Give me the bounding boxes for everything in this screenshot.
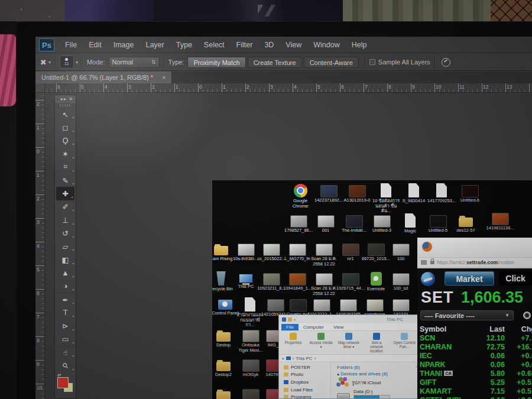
desktop-icon-10s-th938i[interactable]: 10s-th938I-... bbox=[232, 242, 260, 262]
mode-select[interactable]: Normal ⇅ bbox=[109, 57, 160, 68]
sidebar-item-programs[interactable]: Programs bbox=[284, 393, 330, 399]
tablet-pressure-icon[interactable] bbox=[442, 58, 450, 67]
history-brush-tool[interactable]: ↺ bbox=[55, 227, 76, 240]
desktop-icon-100[interactable]: 100 bbox=[387, 242, 415, 262]
desktop-icon-destop3[interactable]: Destop3 bbox=[212, 387, 238, 399]
sidebar-item-photo[interactable]: Photo bbox=[284, 371, 330, 379]
browser-address-bar[interactable]: https://wmk2.settrade.com/realtim bbox=[417, 257, 532, 268]
ribbon-tab-computer[interactable]: Computer bbox=[299, 324, 329, 330]
sidebar-item-dropbox[interactable]: Dropbox bbox=[284, 378, 330, 386]
tool-preset-picker[interactable]: ✚ ▾ bbox=[40, 58, 51, 67]
desktop-icon-untitled-5[interactable]: Untitled-5 bbox=[424, 213, 452, 233]
desktop-icon-1422371892[interactable]: 1422371892... bbox=[314, 183, 343, 203]
magic-wand-tool[interactable]: ✶ bbox=[55, 147, 76, 160]
desktop-icon-destop2[interactable]: Destop2 bbox=[212, 358, 238, 378]
desktop-icon-1417709253[interactable]: 1417709253... bbox=[427, 183, 456, 204]
desktop-icon-untitled-3[interactable]: Untitled-3 bbox=[368, 213, 396, 233]
hand-tool[interactable]: ☝ bbox=[55, 346, 76, 359]
foreground-color-swatch[interactable] bbox=[57, 377, 69, 388]
ribbon-item-access-media[interactable]: Access media ▾ bbox=[309, 333, 333, 349]
gradient-tool[interactable]: ◧ bbox=[55, 253, 76, 266]
sidebar-item-load-files[interactable]: Load Files bbox=[284, 386, 330, 394]
desktop-icon-10941849-1[interactable]: 10941849_1... bbox=[283, 271, 312, 291]
menu-view[interactable]: View bbox=[286, 41, 301, 49]
brush-preset-picker[interactable]: 11 bbox=[60, 56, 74, 69]
type-option-proximity-match[interactable]: Proximity Match bbox=[187, 57, 245, 68]
favourite-dropdown[interactable]: ---- Favourite ---- ▼ bbox=[420, 310, 514, 320]
watchlist-row-scn[interactable]: SCN12.10+7.1 bbox=[420, 334, 532, 343]
favourite-action-icon[interactable] bbox=[523, 312, 531, 319]
sample-all-layers-checkbox[interactable] bbox=[369, 59, 375, 65]
menu-edit[interactable]: Edit bbox=[89, 41, 102, 49]
menu-3d[interactable]: 3D bbox=[264, 41, 274, 49]
device-row-data-d[interactable]: Data (D:) bbox=[337, 389, 423, 399]
ribbon-item-add-a-network-location[interactable]: Add a network location bbox=[365, 333, 388, 353]
menu-image[interactable]: Image bbox=[113, 41, 134, 49]
desktop-icon-evernote[interactable]: Evernote bbox=[362, 271, 390, 292]
type-tool[interactable]: T bbox=[55, 306, 76, 319]
lasso-tool[interactable]: Ϙ bbox=[55, 134, 76, 147]
desktop-icon-the-imitati[interactable]: The-Imitati... bbox=[340, 213, 368, 233]
breadcrumb[interactable]: This PC bbox=[296, 356, 312, 361]
address-bar[interactable]: ▴ › This PC › bbox=[279, 355, 423, 362]
chevron-down-icon[interactable]: ▾ bbox=[76, 60, 78, 65]
desktop-icon-google-chrome[interactable]: Google Chrome bbox=[286, 183, 314, 209]
ribbon-tab-file[interactable]: File bbox=[281, 324, 299, 330]
brush-tool[interactable]: ✐ bbox=[55, 200, 76, 213]
blur-tool[interactable]: ▲ bbox=[55, 267, 76, 280]
eraser-tool[interactable]: ▱ bbox=[55, 240, 76, 253]
ribbon-item-open-control-pan[interactable]: Open Control Pan... bbox=[392, 333, 416, 349]
desktop-icon-66720-1015[interactable]: 66720_1015... bbox=[362, 242, 390, 262]
ribbon-tab-view[interactable]: View bbox=[329, 324, 348, 330]
desktop-icon-1419611138[interactable]: 1419611138... bbox=[486, 211, 514, 231]
desktop-icon-untitled-6[interactable]: Untitled-6 bbox=[456, 183, 484, 203]
devices-group-header[interactable]: ▴ Devices and drives (8) bbox=[337, 371, 423, 377]
document-tab[interactable]: Untitled-1 @ 66.7% (Layer 1, RGB/8) * × bbox=[35, 72, 172, 83]
menu-window[interactable]: Window bbox=[313, 41, 339, 49]
properties-icon[interactable] bbox=[288, 317, 292, 322]
dodge-tool[interactable]: ◑ bbox=[55, 280, 76, 293]
desktop-icon-1926715-44[interactable]: 1926715_44... bbox=[336, 271, 365, 291]
eyedropper-tool[interactable]: ✎ bbox=[55, 174, 76, 187]
desktop-icon-10[interactable]: 10 ข้อต้องการ นอนค้า ขึ้นค้น... bbox=[372, 183, 400, 214]
up-arrow-icon[interactable]: ▴ bbox=[282, 356, 284, 361]
watchlist-row-iec[interactable]: IEC0.06+0.0 bbox=[420, 352, 532, 361]
desktop-icon-001[interactable]: 001 bbox=[312, 213, 340, 233]
desktop-icon-item[interactable]: สำนักงานและ กแนนกาฬิกา... bbox=[236, 297, 264, 328]
desktop-icon-cc-2015022[interactable]: cc_2015022... bbox=[257, 242, 286, 262]
crop-tool[interactable]: ⌗ bbox=[55, 161, 76, 174]
ribbon-item-map-network-drive[interactable]: Map network drive ▾ bbox=[337, 333, 361, 349]
watchlist-row-charan[interactable]: CHARAN72.75+16.7 bbox=[420, 343, 532, 352]
pen-tool[interactable]: ✒ bbox=[55, 293, 76, 306]
desktop-icon-1798527-86[interactable]: 1798527_86... bbox=[284, 213, 313, 233]
menu-filter[interactable]: Filter bbox=[236, 41, 253, 49]
menu-select[interactable]: Select bbox=[204, 41, 225, 49]
tools-panel-header[interactable]: ▸▸ ✕ bbox=[55, 95, 76, 104]
desktop-icon-100-sd[interactable]: 100_sd bbox=[387, 271, 415, 291]
spot-healing-brush-tool[interactable]: ✚ bbox=[56, 187, 74, 200]
desktop-icon-this-pc[interactable]: This PC bbox=[232, 271, 260, 290]
desktop-icon-nr1[interactable]: nr1 bbox=[336, 242, 365, 262]
menu-file[interactable]: File bbox=[65, 41, 77, 49]
watchlist-row-npark[interactable]: NPARK0.06+0.0 bbox=[420, 361, 532, 369]
clone-stamp-tool[interactable]: ⊥ bbox=[55, 213, 76, 226]
menu-layer[interactable]: Layer bbox=[145, 41, 164, 49]
watchlist-row-thani[interactable]: THANICA5.80+0.68 bbox=[420, 369, 532, 378]
watchlist-row-kamart[interactable]: KAMART7.15+0.55 bbox=[420, 387, 532, 396]
chevron-down-icon[interactable]: ▾ bbox=[294, 317, 296, 322]
desktop-icon-scan-28-2558-12-22[interactable]: Scan 28 ม.ค. 2558 12.22 bbox=[310, 242, 338, 267]
desktop-icon-magic[interactable]: Magic bbox=[396, 213, 424, 234]
desktop-icon-des12-57[interactable]: des12-57 bbox=[452, 213, 480, 233]
move-tool[interactable]: ↖ bbox=[55, 108, 76, 121]
close-icon[interactable]: × bbox=[162, 74, 166, 81]
desktop-icon-destop[interactable]: Destop bbox=[212, 328, 238, 348]
marquee-tool[interactable]: ◻ bbox=[55, 121, 76, 134]
sidebar-item-poster[interactable]: POSTER bbox=[284, 364, 330, 371]
zoom-tool[interactable]: ⚲ bbox=[55, 359, 76, 372]
ribbon-item-properties[interactable]: Properties bbox=[281, 333, 305, 345]
path-selection-tool[interactable]: ⊳ bbox=[55, 319, 76, 332]
desktop-icon-s-9830414[interactable]: S_9830414 bbox=[400, 183, 428, 204]
firefox-icon[interactable] bbox=[422, 242, 432, 252]
desktop-icon-scan-28-2558-12-22[interactable]: Scan 28 ม.ค. 2558 12.22 bbox=[310, 271, 338, 296]
desktop-icon-l-mg770-th[interactable]: L_MG770_th bbox=[283, 242, 312, 262]
